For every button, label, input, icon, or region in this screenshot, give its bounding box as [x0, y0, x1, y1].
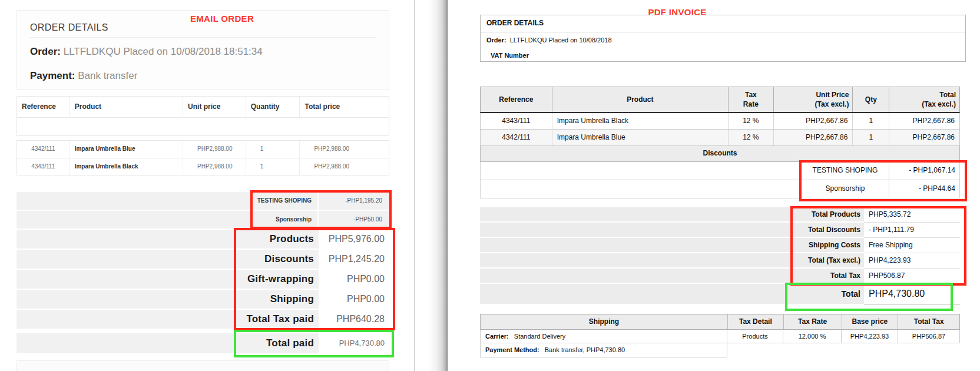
spacer — [480, 207, 792, 223]
email-order-details-box: EMAIL ORDER ORDER DETAILS Order: LLTFLDK… — [16, 10, 389, 90]
order-label: Order: — [30, 46, 61, 57]
column-header: Product — [69, 97, 183, 117]
spacer — [16, 250, 235, 269]
qty-cell: 1 — [852, 113, 889, 129]
header-line: Total — [893, 90, 956, 100]
column-header: Tax Detail — [727, 314, 783, 329]
discounts-section-header: Discounts — [480, 146, 960, 162]
total-paid-row: Total paid PHP4,730.80 — [16, 333, 389, 355]
unit-price-cell: PHP2,667.86 — [773, 130, 853, 145]
total-value: PHP1,245.20 — [319, 250, 389, 269]
qty-cell: 1 — [852, 130, 889, 145]
grand-total-row: Total PHP4,730.80 — [480, 284, 960, 305]
product-cell: Impara Umbrella Blue — [69, 141, 183, 158]
column-header: Tax Rate — [728, 87, 773, 112]
page-seam-shadow — [414, 0, 448, 371]
grand-total-label: Total — [792, 284, 864, 305]
payment-method-label: Payment Method: — [485, 346, 539, 353]
spacer — [481, 162, 801, 180]
discount-label: TESTING SHOPING — [251, 192, 317, 210]
totals-row: Gift-wrapping PHP0.00 — [16, 270, 389, 290]
column-header: Product — [552, 87, 728, 112]
spacer — [16, 192, 251, 210]
order-label: Order: — [486, 37, 506, 44]
spacer — [16, 310, 235, 329]
total-label: Products — [235, 230, 319, 249]
column-header: Reference — [17, 97, 69, 117]
total-label: Shipping Costs — [792, 238, 864, 253]
order-value: LLTFLDKQU Placed on 10/08/2018 18:51:34 — [64, 46, 263, 57]
pdf-order-details-title: ORDER DETAILS — [486, 19, 544, 27]
column-header: Base price — [842, 314, 898, 329]
total-cell: PHP2,667.86 — [889, 113, 959, 129]
spacer — [480, 253, 792, 269]
header-line: Rate — [732, 100, 770, 109]
total-value: - PHP1,111.79 — [864, 223, 960, 238]
discount-row: Sponsorship -PHP50.00 — [16, 211, 389, 228]
totals-row: Total Products PHP5,335.72 — [480, 207, 960, 223]
divider — [481, 32, 965, 32]
header-line: Reference — [484, 95, 548, 104]
total-label: Total Tax paid — [235, 310, 319, 329]
header-line: Product — [556, 95, 724, 104]
payment-value: Bank transfer — [78, 70, 137, 81]
column-header: Reference — [481, 87, 552, 112]
reference-cell: 4342/111 — [481, 130, 552, 145]
header-line: Tax — [732, 90, 770, 100]
total-value: PHP4,223.93 — [864, 253, 960, 269]
total-cell: PHP2,667.86 — [889, 130, 959, 145]
column-header: Tax Rate — [783, 314, 842, 329]
discount-label: TESTING SHOPING — [801, 162, 889, 180]
total-value: PHP506.87 — [864, 269, 960, 284]
totals-row: Products PHP5,976.00 — [16, 230, 389, 250]
payment-method-value: Bank transfer, PHP4,730.80 — [545, 346, 625, 353]
header-line: (Tax excl.) — [893, 100, 956, 109]
pdf-order-details-box: ORDER DETAILS Order: LLTFLDKQU Placed on… — [480, 15, 966, 62]
divider — [30, 37, 376, 38]
quantity-cell: 1 — [246, 158, 300, 175]
pdf-invoice-page: PDF INVOICE ORDER DETAILS Order: LLTFLDK… — [448, 0, 980, 371]
spacer — [16, 290, 235, 309]
header-line: Unit Price — [777, 90, 849, 100]
tax-rate-cell: 12 % — [728, 113, 773, 129]
spacer — [481, 180, 801, 198]
unit-price-cell: PHP2,988.00 — [183, 141, 246, 158]
email-product-rows: 4342/111 Impara Umbrella Blue PHP2,988.0… — [16, 140, 389, 175]
header-line: Qty — [856, 95, 885, 104]
email-order-line: Order: LLTFLDKQU Placed on 10/08/2018 18… — [30, 46, 263, 58]
total-label: Gift-wrapping — [235, 270, 319, 289]
product-cell: Impara Umbrella Black — [69, 158, 183, 175]
totals-row: Total Discounts - PHP1,111.79 — [480, 223, 960, 238]
column-header: Qty — [852, 87, 889, 112]
total-value: Free Shipping — [864, 238, 960, 253]
total-value: PHP5,335.72 — [864, 207, 960, 223]
reference-cell: 4343/111 — [481, 113, 552, 129]
quantity-cell: 1 — [246, 141, 300, 158]
table-row: 4342/111 Impara Umbrella Blue 12 % PHP2,… — [480, 130, 960, 146]
spacer — [16, 333, 235, 353]
column-header: Total (Tax excl.) — [889, 87, 959, 112]
email-order-details-title: ORDER DETAILS — [30, 22, 108, 33]
pdf-table-header: Reference Product Tax Rate Unit Price (T… — [480, 87, 960, 113]
tax-rate-cell: 12 % — [728, 130, 773, 145]
spacer — [16, 270, 235, 289]
unit-price-cell: PHP2,667.86 — [773, 113, 853, 129]
discount-row: Sponsorship - PHP44.64 — [480, 180, 960, 198]
totals-row: Shipping Costs Free Shipping — [480, 238, 960, 253]
spacer — [480, 269, 792, 284]
discount-value: -PHP1,195.20 — [317, 192, 388, 210]
spacer — [480, 284, 792, 305]
discount-row: TESTING SHOPING -PHP1,195.20 — [16, 192, 389, 210]
total-paid-value: PHP4,730.80 — [319, 333, 389, 353]
email-order-page: EMAIL ORDER ORDER DETAILS Order: LLTFLDK… — [0, 0, 414, 371]
total-value: PHP0.00 — [319, 270, 389, 289]
reference-cell: 4343/111 — [17, 158, 69, 175]
carrier-cell: Carrier: Standard Delivery — [480, 330, 727, 343]
totals-row: Total Tax paid PHP640.28 — [16, 310, 389, 330]
total-label: Shipping — [235, 290, 319, 309]
shipping-table-header: Shipping Tax Detail Tax Rate Base price … — [480, 314, 960, 330]
shipping-carrier-row: Carrier: Standard Delivery Products 12.0… — [480, 330, 960, 343]
column-header: Unit Price (Tax excl.) — [773, 87, 853, 112]
product-cell: Impara Umbrella Black — [552, 113, 728, 129]
column-header: Total Tax — [898, 314, 959, 329]
